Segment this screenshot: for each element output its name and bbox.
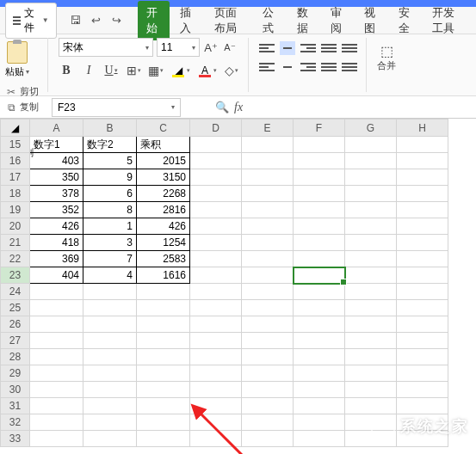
cell[interactable] <box>137 349 190 365</box>
row-header[interactable]: 15 <box>1 137 30 153</box>
indent-decrease-button[interactable] <box>321 41 337 55</box>
cell[interactable]: 2816 <box>137 202 190 218</box>
underline-button[interactable]: U▾ <box>103 62 119 79</box>
row-header[interactable]: 21 <box>1 235 30 251</box>
cell[interactable] <box>294 251 345 267</box>
cell[interactable] <box>137 300 190 316</box>
cell[interactable] <box>294 349 345 365</box>
cell[interactable] <box>345 284 397 300</box>
cell[interactable] <box>30 365 83 382</box>
cell[interactable] <box>242 251 294 267</box>
tab-page-layout[interactable]: 页面布局 <box>206 1 253 40</box>
col-header-D[interactable]: D <box>190 120 242 137</box>
cell[interactable] <box>242 218 294 235</box>
row-header[interactable]: 32 <box>1 414 30 431</box>
cell[interactable] <box>294 382 345 398</box>
cell[interactable] <box>137 414 190 431</box>
cell[interactable] <box>294 414 345 431</box>
file-menu[interactable]: 文件 ▼ <box>5 3 57 39</box>
clear-format-button[interactable]: ◇▾ <box>224 62 239 79</box>
col-header-A[interactable]: A <box>30 120 83 137</box>
cell[interactable] <box>190 137 242 153</box>
cell[interactable] <box>294 398 345 414</box>
font-color-button[interactable]: A▾ <box>197 64 217 77</box>
cell[interactable] <box>190 169 242 186</box>
cell[interactable]: 数字1 <box>30 137 83 153</box>
col-header-G[interactable]: G <box>345 120 397 137</box>
cell[interactable] <box>137 316 190 333</box>
cell[interactable] <box>190 349 242 365</box>
cell[interactable] <box>242 398 294 414</box>
paste-button[interactable]: 粘贴▾ <box>5 38 29 78</box>
cell[interactable] <box>345 316 397 333</box>
cell[interactable] <box>397 398 448 414</box>
tab-insert[interactable]: 插入 <box>171 1 203 40</box>
cell[interactable] <box>242 186 294 202</box>
cell[interactable] <box>190 251 242 267</box>
cell[interactable]: 426 <box>137 218 190 235</box>
cell[interactable] <box>242 153 294 169</box>
decrease-font-button[interactable]: A⁻ <box>222 39 238 56</box>
italic-button[interactable]: I <box>81 62 96 79</box>
row-header[interactable]: 22 <box>1 251 30 267</box>
cell[interactable] <box>345 349 397 365</box>
col-header-B[interactable]: B <box>83 120 137 137</box>
cell[interactable] <box>294 365 345 382</box>
indent-increase-button[interactable] <box>342 41 357 55</box>
cell[interactable]: 1616 <box>137 267 190 284</box>
cell[interactable] <box>294 218 345 235</box>
font-size-select[interactable]: 11 ▾ <box>157 38 200 57</box>
cell[interactable] <box>190 267 242 284</box>
cell[interactable]: 数字2 <box>83 137 137 153</box>
select-all-corner[interactable]: ◢ <box>1 120 30 137</box>
undo-icon[interactable]: ↩ <box>90 14 103 28</box>
cell[interactable] <box>190 414 242 431</box>
cell[interactable] <box>397 267 448 284</box>
merge-button[interactable]: ⬚ 合并 <box>377 38 396 72</box>
align-bottom-button[interactable] <box>300 41 316 55</box>
cell[interactable] <box>242 431 294 447</box>
cell[interactable] <box>30 284 83 300</box>
cell[interactable] <box>345 398 397 414</box>
cell[interactable] <box>190 316 242 333</box>
cell[interactable] <box>397 382 448 398</box>
cell[interactable] <box>190 153 242 169</box>
cell[interactable] <box>242 284 294 300</box>
cell[interactable] <box>345 137 397 153</box>
cell[interactable] <box>190 284 242 300</box>
cell[interactable] <box>294 186 345 202</box>
fill-color-button[interactable]: ◢▾ <box>170 64 190 77</box>
align-center-button[interactable] <box>280 60 295 74</box>
row-header[interactable]: 19 <box>1 202 30 218</box>
cell[interactable] <box>294 431 345 447</box>
fx-icon[interactable]: fx <box>234 101 243 114</box>
wrap-text-button[interactable] <box>321 60 337 74</box>
cell[interactable] <box>397 365 448 382</box>
font-family-select[interactable]: 宋体 ▾ <box>59 38 153 57</box>
cell[interactable] <box>30 431 83 447</box>
orientation-button[interactable] <box>342 60 357 74</box>
cell[interactable] <box>242 202 294 218</box>
row-header[interactable]: 30 <box>1 382 30 398</box>
cell[interactable]: 350 <box>30 169 83 186</box>
cell[interactable] <box>242 414 294 431</box>
cell[interactable] <box>190 186 242 202</box>
border-button[interactable]: ⊞▾ <box>126 62 141 79</box>
align-right-button[interactable] <box>300 60 316 74</box>
tab-start[interactable]: 开始 <box>138 1 170 40</box>
cell[interactable] <box>190 333 242 349</box>
cell[interactable]: 352 <box>30 202 83 218</box>
tab-developer[interactable]: 开发工具 <box>423 1 471 40</box>
cell[interactable] <box>83 349 137 365</box>
cell[interactable] <box>242 267 294 284</box>
cell[interactable] <box>83 300 137 316</box>
row-header[interactable]: 17 <box>1 169 30 186</box>
cell[interactable] <box>345 333 397 349</box>
save-icon[interactable]: 🖫 <box>69 14 83 28</box>
redo-icon[interactable]: ↪ <box>110 14 124 28</box>
increase-font-button[interactable]: A⁺ <box>203 39 219 56</box>
row-header[interactable]: 31 <box>1 398 30 414</box>
cell[interactable] <box>242 316 294 333</box>
cell[interactable] <box>294 235 345 251</box>
cell[interactable] <box>30 300 83 316</box>
